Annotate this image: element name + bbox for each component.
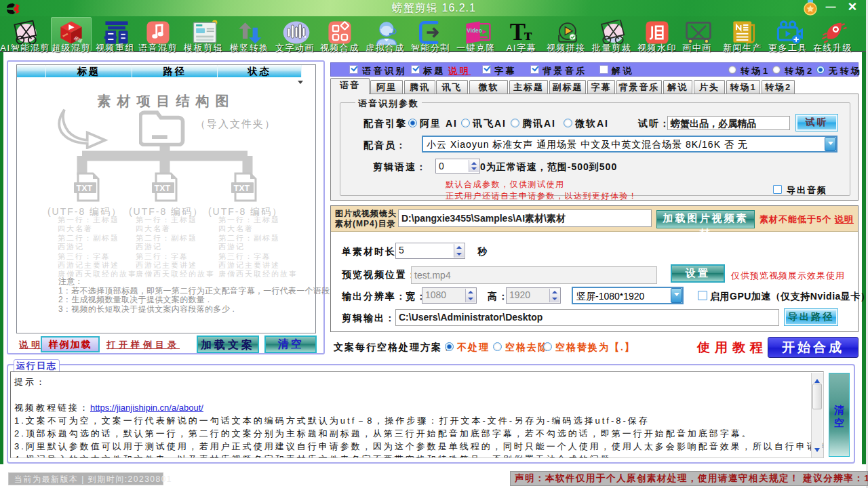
- svg-text:Video: Video: [467, 28, 481, 34]
- svg-text:т: т: [524, 26, 532, 43]
- svg-text:TXT: TXT: [155, 184, 171, 193]
- svg-text:T: T: [510, 20, 526, 45]
- svg-text:TXT: TXT: [234, 184, 250, 193]
- svg-text:TXT: TXT: [77, 184, 93, 193]
